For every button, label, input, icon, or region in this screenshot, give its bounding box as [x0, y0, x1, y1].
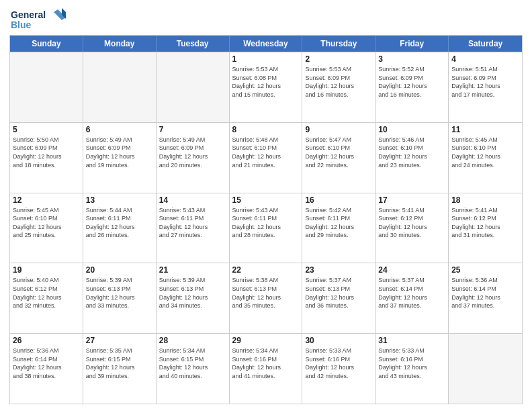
calendar-row-3: 19Sunrise: 5:40 AM Sunset: 6:12 PM Dayli… — [10, 263, 522, 333]
day-number: 30 — [305, 336, 372, 345]
day-number: 26 — [13, 336, 80, 345]
calendar-cell — [83, 52, 157, 122]
day-number: 28 — [159, 336, 226, 345]
day-info: Sunrise: 5:39 AM Sunset: 6:13 PM Dayligh… — [86, 276, 153, 310]
day-info: Sunrise: 5:34 AM Sunset: 6:16 PM Dayligh… — [232, 347, 300, 380]
day-info: Sunrise: 5:42 AM Sunset: 6:11 PM Dayligh… — [305, 206, 372, 240]
day-info: Sunrise: 5:48 AM Sunset: 6:10 PM Dayligh… — [232, 136, 300, 169]
calendar-cell: 18Sunrise: 5:41 AM Sunset: 6:12 PM Dayli… — [449, 193, 522, 263]
day-number: 12 — [13, 195, 80, 205]
calendar-row-0: 1Sunrise: 5:53 AM Sunset: 6:08 PM Daylig… — [10, 52, 522, 122]
calendar-cell: 28Sunrise: 5:34 AM Sunset: 6:15 PM Dayli… — [157, 334, 230, 404]
calendar-cell: 29Sunrise: 5:34 AM Sunset: 6:16 PM Dayli… — [230, 334, 303, 404]
day-number: 19 — [13, 265, 80, 275]
calendar-cell: 22Sunrise: 5:38 AM Sunset: 6:13 PM Dayli… — [230, 263, 303, 333]
header: General Blue — [9, 7, 523, 32]
day-number: 7 — [159, 125, 226, 134]
day-info: Sunrise: 5:38 AM Sunset: 6:13 PM Dayligh… — [232, 276, 300, 310]
day-number: 11 — [451, 125, 519, 134]
calendar-cell: 31Sunrise: 5:33 AM Sunset: 6:16 PM Dayli… — [375, 334, 449, 404]
calendar-cell: 30Sunrise: 5:33 AM Sunset: 6:16 PM Dayli… — [302, 334, 375, 404]
day-number: 3 — [378, 54, 445, 64]
calendar-cell: 10Sunrise: 5:46 AM Sunset: 6:10 PM Dayli… — [375, 123, 449, 193]
day-number: 4 — [451, 54, 519, 64]
day-number: 24 — [378, 265, 445, 275]
calendar-cell: 26Sunrise: 5:36 AM Sunset: 6:14 PM Dayli… — [10, 334, 83, 404]
day-info: Sunrise: 5:53 AM Sunset: 6:09 PM Dayligh… — [305, 65, 372, 99]
calendar-cell: 25Sunrise: 5:36 AM Sunset: 6:14 PM Dayli… — [449, 263, 522, 333]
weekday-header-friday: Friday — [375, 36, 449, 52]
weekday-header-wednesday: Wednesday — [230, 36, 303, 52]
calendar-cell: 7Sunrise: 5:49 AM Sunset: 6:09 PM Daylig… — [157, 123, 230, 193]
calendar-cell: 2Sunrise: 5:53 AM Sunset: 6:09 PM Daylig… — [302, 52, 375, 122]
day-info: Sunrise: 5:36 AM Sunset: 6:14 PM Dayligh… — [13, 347, 80, 380]
calendar-cell: 21Sunrise: 5:39 AM Sunset: 6:13 PM Dayli… — [157, 263, 230, 333]
day-number: 14 — [159, 195, 226, 205]
calendar-cell: 12Sunrise: 5:45 AM Sunset: 6:10 PM Dayli… — [10, 193, 83, 263]
day-number: 22 — [232, 265, 300, 275]
day-info: Sunrise: 5:37 AM Sunset: 6:13 PM Dayligh… — [305, 276, 372, 310]
calendar-body: 1Sunrise: 5:53 AM Sunset: 6:08 PM Daylig… — [10, 52, 522, 404]
calendar-cell: 24Sunrise: 5:37 AM Sunset: 6:14 PM Dayli… — [375, 263, 449, 333]
day-info: Sunrise: 5:43 AM Sunset: 6:11 PM Dayligh… — [232, 206, 300, 240]
day-number: 20 — [86, 265, 153, 275]
calendar-cell — [157, 52, 230, 122]
logo: General Blue — [9, 7, 70, 32]
calendar-cell: 6Sunrise: 5:49 AM Sunset: 6:09 PM Daylig… — [83, 123, 157, 193]
weekday-header-monday: Monday — [83, 36, 157, 52]
day-number: 13 — [86, 195, 153, 205]
calendar-row-1: 5Sunrise: 5:50 AM Sunset: 6:09 PM Daylig… — [10, 122, 522, 193]
calendar-cell: 14Sunrise: 5:43 AM Sunset: 6:11 PM Dayli… — [157, 193, 230, 263]
calendar-cell: 9Sunrise: 5:47 AM Sunset: 6:10 PM Daylig… — [302, 123, 375, 193]
calendar-cell: 3Sunrise: 5:52 AM Sunset: 6:09 PM Daylig… — [375, 52, 449, 122]
day-number: 21 — [159, 265, 226, 275]
day-info: Sunrise: 5:51 AM Sunset: 6:09 PM Dayligh… — [451, 65, 519, 99]
calendar-cell — [10, 52, 83, 122]
calendar-cell: 11Sunrise: 5:45 AM Sunset: 6:10 PM Dayli… — [449, 123, 522, 193]
logo-svg: General Blue — [9, 7, 70, 32]
day-info: Sunrise: 5:52 AM Sunset: 6:09 PM Dayligh… — [378, 65, 445, 99]
day-info: Sunrise: 5:46 AM Sunset: 6:10 PM Dayligh… — [378, 136, 445, 169]
day-info: Sunrise: 5:43 AM Sunset: 6:11 PM Dayligh… — [159, 206, 226, 240]
day-number: 6 — [86, 125, 153, 134]
day-info: Sunrise: 5:40 AM Sunset: 6:12 PM Dayligh… — [13, 276, 80, 310]
day-number: 18 — [451, 195, 519, 205]
day-number: 8 — [232, 125, 300, 134]
calendar-cell: 1Sunrise: 5:53 AM Sunset: 6:08 PM Daylig… — [230, 52, 303, 122]
day-info: Sunrise: 5:45 AM Sunset: 6:10 PM Dayligh… — [451, 136, 519, 169]
day-info: Sunrise: 5:44 AM Sunset: 6:11 PM Dayligh… — [86, 206, 153, 240]
day-info: Sunrise: 5:35 AM Sunset: 6:15 PM Dayligh… — [86, 347, 153, 380]
calendar-cell: 4Sunrise: 5:51 AM Sunset: 6:09 PM Daylig… — [449, 52, 522, 122]
day-info: Sunrise: 5:33 AM Sunset: 6:16 PM Dayligh… — [305, 347, 372, 380]
day-number: 27 — [86, 336, 153, 345]
day-info: Sunrise: 5:47 AM Sunset: 6:10 PM Dayligh… — [305, 136, 372, 169]
calendar: SundayMondayTuesdayWednesdayThursdayFrid… — [9, 35, 523, 404]
day-info: Sunrise: 5:50 AM Sunset: 6:09 PM Dayligh… — [13, 136, 80, 169]
day-info: Sunrise: 5:45 AM Sunset: 6:10 PM Dayligh… — [13, 206, 80, 240]
day-info: Sunrise: 5:49 AM Sunset: 6:09 PM Dayligh… — [159, 136, 226, 169]
day-number: 23 — [305, 265, 372, 275]
day-number: 16 — [305, 195, 372, 205]
calendar-cell: 5Sunrise: 5:50 AM Sunset: 6:09 PM Daylig… — [10, 123, 83, 193]
svg-text:General: General — [11, 9, 46, 20]
calendar-row-4: 26Sunrise: 5:36 AM Sunset: 6:14 PM Dayli… — [10, 333, 522, 404]
calendar-cell: 20Sunrise: 5:39 AM Sunset: 6:13 PM Dayli… — [83, 263, 157, 333]
weekday-header-tuesday: Tuesday — [157, 36, 230, 52]
calendar-row-2: 12Sunrise: 5:45 AM Sunset: 6:10 PM Dayli… — [10, 193, 522, 263]
calendar-header: SundayMondayTuesdayWednesdayThursdayFrid… — [10, 36, 522, 52]
day-number: 15 — [232, 195, 300, 205]
weekday-header-sunday: Sunday — [10, 36, 83, 52]
day-number: 9 — [305, 125, 372, 134]
day-number: 5 — [13, 125, 80, 134]
day-info: Sunrise: 5:49 AM Sunset: 6:09 PM Dayligh… — [86, 136, 153, 169]
day-info: Sunrise: 5:41 AM Sunset: 6:12 PM Dayligh… — [378, 206, 445, 240]
day-number: 2 — [305, 54, 372, 64]
day-number: 1 — [232, 54, 300, 64]
calendar-cell: 27Sunrise: 5:35 AM Sunset: 6:15 PM Dayli… — [83, 334, 157, 404]
weekday-header-saturday: Saturday — [449, 36, 522, 52]
calendar-cell: 19Sunrise: 5:40 AM Sunset: 6:12 PM Dayli… — [10, 263, 83, 333]
calendar-cell: 8Sunrise: 5:48 AM Sunset: 6:10 PM Daylig… — [230, 123, 303, 193]
calendar-cell: 23Sunrise: 5:37 AM Sunset: 6:13 PM Dayli… — [302, 263, 375, 333]
day-info: Sunrise: 5:37 AM Sunset: 6:14 PM Dayligh… — [378, 276, 445, 310]
weekday-header-thursday: Thursday — [302, 36, 375, 52]
